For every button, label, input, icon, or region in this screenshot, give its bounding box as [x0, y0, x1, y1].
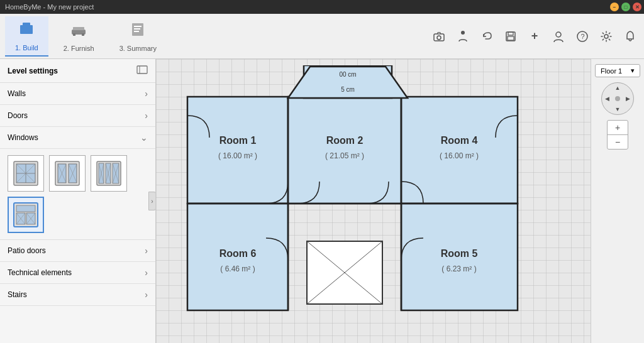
tab-build[interactable]: 1. Build [5, 16, 48, 57]
svg-rect-5 [82, 33, 84, 36]
toolbar: 1. Build 2. Furnish [0, 14, 644, 59]
sidebar-item-stairs[interactable]: Stairs › [0, 284, 155, 306]
window-option-single[interactable] [8, 155, 44, 192]
windows-label: Windows [8, 133, 38, 142]
zoom-control: + − [607, 120, 628, 150]
level-settings-icon [136, 65, 148, 76]
svg-text:Room 6: Room 6 [219, 248, 257, 259]
window-title: HomeByMe - My new project [5, 3, 639, 11]
svg-text:( 21.05 m² ): ( 21.05 m² ) [325, 151, 364, 160]
sidebar-item-windows[interactable]: Windows ⌄ [0, 127, 155, 149]
furnish-icon [70, 21, 87, 42]
walls-chevron-icon: › [145, 89, 148, 99]
svg-point-19 [604, 35, 608, 38]
svg-point-11 [437, 36, 441, 40]
sidebar-item-patio-doors[interactable]: Patio doors › [0, 240, 155, 262]
svg-rect-8 [134, 28, 140, 30]
right-panel: Floor 1 ▾ ▲ ◀ ▶ ▼ + − [591, 59, 644, 343]
window-option-quad[interactable] [91, 155, 127, 192]
stairs-chevron-icon: › [145, 290, 148, 300]
title-bar: HomeByMe - My new project − □ ✕ [0, 0, 644, 14]
patio-doors-label: Patio doors [8, 246, 46, 255]
tab-build-label: 1. Build [15, 44, 38, 52]
camera-button[interactable] [430, 28, 448, 45]
level-settings-header[interactable]: Level settings [0, 59, 155, 83]
maximize-button[interactable]: □ [621, 3, 630, 11]
svg-text:?: ? [581, 33, 585, 40]
doors-label: Doors [8, 111, 28, 120]
sidebar-item-doors[interactable]: Doors › [0, 105, 155, 127]
person-button[interactable] [454, 28, 472, 45]
svg-text:Room 2: Room 2 [326, 135, 364, 146]
svg-text:Room 5: Room 5 [441, 248, 478, 259]
svg-text:5 cm: 5 cm [341, 86, 355, 93]
svg-rect-7 [134, 26, 142, 27]
tab-summary-label: 3. Summary [119, 45, 157, 52]
nav-up-button[interactable]: ▲ [613, 83, 623, 94]
window-option-double[interactable] [49, 155, 86, 192]
help-button[interactable]: ? [574, 28, 591, 45]
svg-text:Room 1: Room 1 [219, 135, 257, 146]
svg-text:( 16.00 m² ): ( 16.00 m² ) [440, 151, 479, 160]
svg-text:Room 4: Room 4 [441, 135, 478, 146]
svg-point-16 [556, 32, 561, 37]
nav-right-button[interactable]: ▶ [623, 94, 633, 104]
svg-text:( 6.23 m² ): ( 6.23 m² ) [441, 264, 476, 273]
svg-rect-3 [73, 27, 84, 30]
sidebar: Level settings Walls › Doors › Windows ⌄ [0, 59, 156, 343]
svg-rect-55 [288, 97, 401, 204]
undo-button[interactable] [478, 28, 496, 45]
minimize-button[interactable]: − [610, 3, 619, 11]
navigation-circle: ▲ ◀ ▶ ▼ [601, 82, 634, 115]
floor-dropdown-icon: ▾ [631, 67, 635, 75]
svg-rect-54 [187, 97, 288, 204]
floor-plan-svg: 00 cm 5 cm Room 1 ( 16.00 m² ) Room 2 ( … [175, 65, 590, 343]
sidebar-collapse-button[interactable]: › [148, 192, 156, 210]
sidebar-item-walls[interactable]: Walls › [0, 83, 155, 105]
svg-text:( 6.46 m² ): ( 6.46 m² ) [220, 264, 255, 273]
tab-furnish-label: 2. Furnish [64, 45, 94, 52]
build-icon [18, 20, 35, 41]
toolbar-tabs: 1. Build 2. Furnish [5, 16, 167, 57]
svg-rect-20 [137, 66, 147, 74]
floor-label: Floor 1 [601, 67, 622, 75]
summary-icon [129, 21, 147, 42]
notifications-button[interactable] [621, 28, 639, 45]
sidebar-item-technical-elements[interactable]: Technical elements › [0, 262, 155, 284]
canvas-area: 00 cm 5 cm Room 1 ( 16.00 m² ) Room 2 ( … [156, 59, 591, 343]
svg-rect-4 [73, 33, 75, 36]
windows-options-grid [0, 149, 155, 240]
svg-rect-48 [16, 205, 35, 212]
patio-doors-chevron-icon: › [145, 246, 148, 256]
svg-rect-0 [20, 25, 33, 34]
settings-button[interactable] [597, 28, 615, 45]
zoom-out-button[interactable]: − [608, 135, 628, 149]
svg-rect-9 [134, 31, 139, 32]
tab-furnish[interactable]: 2. Furnish [53, 17, 104, 56]
svg-rect-1 [23, 23, 30, 26]
svg-text:( 16.00 m² ): ( 16.00 m² ) [218, 151, 257, 160]
svg-text:00 cm: 00 cm [339, 71, 356, 78]
stairs-label: Stairs [8, 290, 27, 299]
windows-chevron-icon: ⌄ [140, 133, 148, 143]
walls-label: Walls [8, 89, 26, 98]
account-button[interactable] [550, 28, 567, 45]
nav-left-button[interactable]: ◀ [602, 94, 613, 104]
tab-summary[interactable]: 3. Summary [109, 17, 167, 56]
save-button[interactable] [502, 28, 519, 45]
technical-elements-label: Technical elements [8, 268, 72, 277]
add-button[interactable]: + [526, 28, 543, 45]
svg-rect-15 [508, 36, 514, 40]
technical-chevron-icon: › [145, 268, 148, 278]
main-layout: Level settings Walls › Doors › Windows ⌄ [0, 59, 644, 343]
nav-down-button[interactable]: ▼ [613, 104, 623, 114]
zoom-in-button[interactable]: + [608, 121, 628, 134]
floor-selector[interactable]: Floor 1 ▾ [595, 64, 640, 77]
close-button[interactable]: ✕ [633, 3, 641, 11]
window-option-special[interactable] [8, 197, 44, 233]
svg-point-12 [461, 31, 465, 35]
doors-chevron-icon: › [145, 111, 148, 121]
toolbar-actions: + ? [430, 28, 639, 45]
level-settings-label: Level settings [8, 67, 58, 75]
